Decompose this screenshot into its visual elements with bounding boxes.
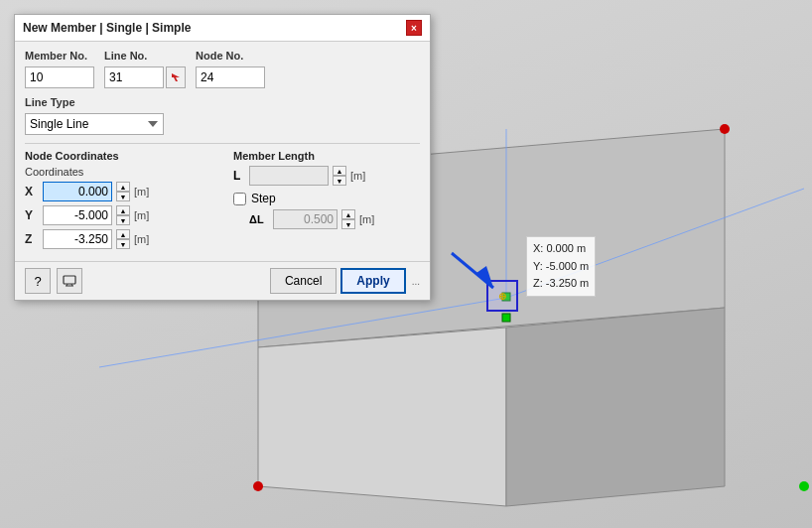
svg-rect-9 xyxy=(502,293,510,301)
line-type-group: Line Type Single Line Polyline Arc xyxy=(25,96,164,135)
node-no-label: Node No. xyxy=(196,50,265,62)
dialog-bottom: ? Cancel Apply ... xyxy=(15,261,430,300)
dialog-title: New Member | Single | Simple xyxy=(23,21,191,35)
z-spin-up[interactable]: ▲ xyxy=(116,229,130,239)
svg-line-3 xyxy=(99,298,506,367)
svg-marker-2 xyxy=(506,308,725,506)
dialog-body: Member No. Line No. Node No. Line Ty xyxy=(15,42,430,261)
node-coords-label: Node Coordinates xyxy=(25,150,223,162)
delta-l-unit: [m] xyxy=(359,213,374,225)
delta-l-input[interactable] xyxy=(273,209,338,229)
l-unit: [m] xyxy=(350,170,365,182)
member-no-label: Member No. xyxy=(25,50,94,62)
coord-y: Y: -5.000 m xyxy=(533,258,589,276)
step-checkbox[interactable] xyxy=(233,193,246,205)
cancel-button[interactable]: Cancel xyxy=(270,268,337,294)
svg-rect-15 xyxy=(64,276,75,284)
svg-point-7 xyxy=(253,481,263,491)
coords-length-section: Node Coordinates Coordinates X ▲ ▼ [m] Y xyxy=(25,150,420,253)
x-unit: [m] xyxy=(134,186,149,198)
step-label: Step xyxy=(251,192,276,205)
x-spin-up[interactable]: ▲ xyxy=(116,182,130,192)
coord-x-row: X ▲ ▼ [m] xyxy=(25,182,223,201)
close-button[interactable]: × xyxy=(406,20,422,36)
bottom-icon-group: ? xyxy=(25,268,82,294)
line-type-label: Line Type xyxy=(25,96,164,108)
y-axis-label: Y xyxy=(25,208,39,222)
divider-1 xyxy=(25,143,420,144)
z-axis-label: Z xyxy=(25,232,39,246)
delta-l-spinners: ▲ ▼ xyxy=(341,209,355,229)
svg-line-13 xyxy=(452,253,493,288)
l-spinners: ▲ ▼ xyxy=(333,166,346,186)
node-coords-section: Node Coordinates Coordinates X ▲ ▼ [m] Y xyxy=(25,150,223,253)
svg-marker-14 xyxy=(476,266,493,288)
y-spinners: ▲ ▼ xyxy=(116,205,130,225)
step-row: Step xyxy=(233,192,420,205)
more-options-dots[interactable]: ... xyxy=(412,276,420,287)
svg-text:⊕: ⊕ xyxy=(498,291,506,302)
member-length-label: Member Length xyxy=(233,150,420,162)
svg-marker-1 xyxy=(258,328,506,506)
length-l-input[interactable] xyxy=(249,166,329,186)
coord-label: X: 0.000 m Y: -5.000 m Z: -3.250 m xyxy=(526,236,596,297)
coord-z: Z: -3.250 m xyxy=(533,275,589,293)
new-member-dialog: New Member | Single | Simple × Member No… xyxy=(14,14,431,301)
line-no-field-row xyxy=(104,66,186,88)
monitor-button[interactable] xyxy=(57,268,82,294)
y-spin-down[interactable]: ▼ xyxy=(116,215,130,225)
z-spinners: ▲ ▼ xyxy=(116,229,130,249)
z-coord-input[interactable] xyxy=(43,229,112,249)
z-unit: [m] xyxy=(134,233,149,245)
dialog-titlebar: New Member | Single | Simple × xyxy=(15,15,430,42)
x-coord-input[interactable] xyxy=(43,182,112,201)
coord-z-row: Z ▲ ▼ [m] xyxy=(25,229,223,249)
coord-x: X: 0.000 m xyxy=(533,240,589,258)
line-no-group: Line No. xyxy=(104,50,186,88)
x-axis-label: X xyxy=(25,185,39,198)
member-no-group: Member No. xyxy=(25,50,94,88)
node-no-input[interactable] xyxy=(196,66,265,88)
x-spin-down[interactable]: ▼ xyxy=(116,192,130,201)
y-unit: [m] xyxy=(134,209,149,221)
help-button[interactable]: ? xyxy=(25,268,51,294)
svg-point-6 xyxy=(720,124,730,134)
l-spin-down[interactable]: ▼ xyxy=(333,176,346,186)
l-spin-up[interactable]: ▲ xyxy=(333,166,346,176)
member-no-input[interactable] xyxy=(25,66,94,88)
z-spin-down[interactable]: ▼ xyxy=(116,239,130,249)
y-spin-up[interactable]: ▲ xyxy=(116,205,130,215)
delta-l-row: ΔL ▲ ▼ [m] xyxy=(249,209,420,229)
length-l-row: L ▲ ▼ [m] xyxy=(233,166,420,186)
line-type-select[interactable]: Single Line Polyline Arc xyxy=(25,113,164,135)
svg-rect-11 xyxy=(487,281,517,311)
member-length-section: Member Length L ▲ ▼ [m] Step xyxy=(233,150,420,253)
top-fields-row: Member No. Line No. Node No. xyxy=(25,50,420,88)
delta-l-label: ΔL xyxy=(249,213,269,225)
x-spinners: ▲ ▼ xyxy=(116,182,130,201)
monitor-icon xyxy=(63,275,76,287)
line-no-pick-button[interactable] xyxy=(166,66,186,88)
line-no-input[interactable] xyxy=(104,66,164,88)
delta-l-spin-down[interactable]: ▼ xyxy=(341,219,355,229)
line-no-label: Line No. xyxy=(104,50,186,62)
delta-l-spin-up[interactable]: ▲ xyxy=(341,209,355,219)
y-coord-input[interactable] xyxy=(43,205,112,225)
node-no-group: Node No. xyxy=(196,50,265,88)
l-label: L xyxy=(233,169,245,183)
coordinates-sublabel: Coordinates xyxy=(25,166,223,178)
svg-rect-10 xyxy=(502,314,510,322)
svg-point-8 xyxy=(799,481,809,491)
dialog-button-group: Cancel Apply ... xyxy=(270,268,420,294)
coord-y-row: Y ▲ ▼ [m] xyxy=(25,205,223,225)
apply-button[interactable]: Apply xyxy=(340,268,405,294)
line-type-row: Line Type Single Line Polyline Arc xyxy=(25,96,420,135)
